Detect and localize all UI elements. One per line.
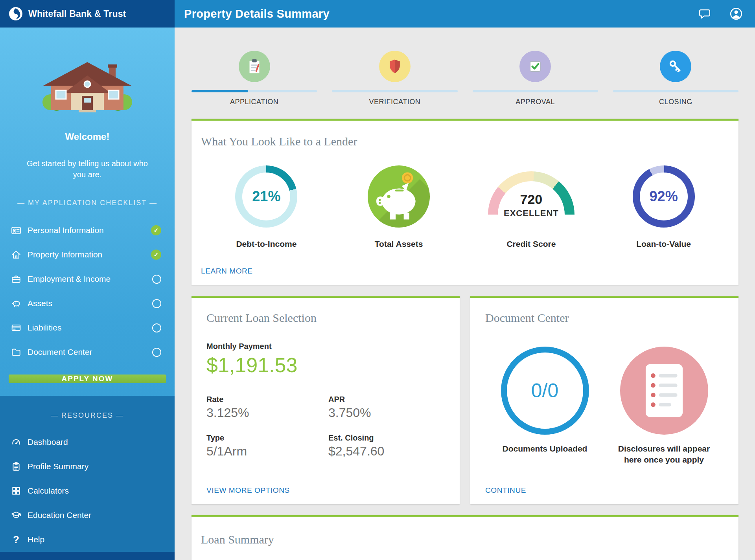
- documents-uploaded-block: 0/0 Documents Uploaded: [485, 347, 604, 465]
- document-icon: [620, 347, 708, 435]
- field-rate: Rate 3.125%: [206, 395, 328, 420]
- card-title: Current Loan Selection: [206, 311, 445, 325]
- welcome-heading: Welcome!: [0, 131, 175, 142]
- house-icon: [10, 250, 22, 260]
- disclosures-label: Disclosures will appear here once you ap…: [609, 443, 719, 465]
- status-incomplete-icon: [152, 323, 161, 332]
- checklist-item-assets[interactable]: Assets: [0, 291, 175, 316]
- document-center-card: Document Center 0/0 Documents Uploaded: [470, 296, 738, 504]
- credit-score-value: 720: [488, 192, 575, 207]
- documents-uploaded-ring: 0/0: [501, 347, 589, 435]
- resource-item-label: Help: [28, 535, 44, 544]
- learn-more-link[interactable]: LEARN MORE: [201, 267, 253, 275]
- view-more-options-link[interactable]: VIEW MORE OPTIONS: [206, 486, 290, 495]
- status-incomplete-icon: [152, 348, 161, 357]
- sidebar-footer-bar: [0, 552, 175, 560]
- resources-section: — RESOURCES — Dashboard: [0, 396, 175, 560]
- monthly-payment-block: Monthly Payment $1,191.53: [206, 342, 445, 377]
- field-type: Type 5/1Arm: [206, 433, 328, 459]
- field-est-closing: Est. Closing $2,547.60: [328, 433, 445, 459]
- brand-area: Whitefall Bank & Trust: [0, 0, 175, 28]
- progress-bar-application: [192, 90, 317, 92]
- card-title: Loan Summary: [201, 533, 730, 546]
- monthly-payment-value: $1,191.53: [206, 353, 445, 377]
- graduation-cap-icon: [10, 510, 22, 520]
- document-center-row: 0/0 Documents Uploaded: [485, 347, 724, 465]
- status-incomplete-icon: [152, 275, 161, 284]
- resource-item-calculators[interactable]: Calculators: [0, 479, 175, 503]
- resource-item-profile-summary[interactable]: Profile Summary: [0, 454, 175, 479]
- credit-card-icon: [10, 323, 22, 333]
- progress-bar-closing: [613, 90, 738, 92]
- resources-list: Dashboard Profile Summary: [0, 430, 175, 552]
- question-icon: ?: [10, 534, 22, 545]
- checklist-item-label: Assets: [28, 299, 52, 308]
- chat-icon[interactable]: [698, 7, 712, 20]
- loan-summary-card: Loan Summary: [192, 515, 738, 560]
- metric-loan-to-value: 92% Loan-to-Value: [597, 159, 730, 249]
- checklist-heading: — MY APPLICATION CHECKLIST —: [0, 199, 175, 207]
- metric-debt-to-income: 21% Debt-to-Income: [200, 159, 333, 249]
- status-complete-icon: ✓: [151, 250, 161, 260]
- folder-icon: [10, 347, 22, 357]
- checklist-item-label: Employment & Income: [28, 274, 110, 284]
- checklist-item-liabilities[interactable]: Liabilities: [0, 316, 175, 340]
- card-title: What You Look Like to a Lender: [201, 135, 730, 148]
- step-verification: VERIFICATION: [332, 51, 457, 106]
- resource-item-dashboard[interactable]: Dashboard: [0, 430, 175, 454]
- apply-now-button[interactable]: APPLY NOW: [9, 375, 166, 383]
- checklist-item-property-information[interactable]: Property Information ✓: [0, 242, 175, 267]
- resource-item-education-center[interactable]: Education Center: [0, 503, 175, 527]
- checklist-item-personal-information[interactable]: Personal Information ✓: [0, 218, 175, 242]
- id-card-icon: [10, 225, 22, 235]
- status-incomplete-icon: [152, 299, 161, 308]
- app-header: Whitefall Bank & Trust Property Details …: [0, 0, 755, 28]
- metric-label: Total Assets: [375, 239, 423, 249]
- checklist-item-label: Document Center: [28, 347, 92, 357]
- metric-label: Debt-to-Income: [236, 239, 296, 249]
- debt-to-income-donut: 21%: [235, 165, 297, 228]
- shield-icon: [379, 51, 411, 82]
- step-label: VERIFICATION: [369, 98, 421, 106]
- intro-text: Get started by telling us about who you …: [20, 158, 154, 180]
- clipboard-icon: [239, 51, 270, 82]
- continue-link[interactable]: CONTINUE: [485, 486, 526, 495]
- gauge-icon: [10, 437, 22, 447]
- account-icon[interactable]: [729, 7, 743, 21]
- briefcase-icon: [10, 274, 22, 284]
- step-closing: CLOSING: [613, 51, 738, 106]
- checklist-item-employment-income[interactable]: Employment & Income: [0, 267, 175, 291]
- brand-name: Whitefall Bank & Trust: [28, 9, 126, 19]
- piggy-bank-icon: [368, 165, 430, 228]
- field-apr: APR 3.750%: [328, 395, 445, 420]
- resources-heading: — RESOURCES —: [0, 411, 175, 420]
- calculator-icon: [10, 486, 22, 496]
- loan-to-value-donut: 92%: [633, 165, 695, 228]
- checklist-item-label: Liabilities: [28, 323, 61, 332]
- resource-item-label: Calculators: [28, 486, 69, 496]
- progress-stepper: APPLICATION VERIFICATION: [192, 28, 738, 106]
- resource-item-label: Profile Summary: [28, 462, 88, 471]
- application-checklist: Personal Information ✓ Property Informat…: [0, 218, 175, 364]
- card-title: Document Center: [485, 311, 724, 325]
- clipboard-icon: [10, 461, 22, 472]
- metric-total-assets: Total Assets: [333, 159, 465, 249]
- resource-item-label: Dashboard: [28, 437, 68, 447]
- loan-details-grid: Rate 3.125% APR 3.750% Type 5/1Arm Est. …: [206, 395, 445, 459]
- page-title: Property Details Summary: [184, 7, 330, 20]
- step-label: APPROVAL: [516, 98, 555, 106]
- step-application: APPLICATION: [192, 51, 317, 106]
- credit-score-gauge: 720 EXCELLENT: [488, 171, 575, 222]
- house-illustration: [35, 55, 139, 114]
- checklist-item-label: Property Information: [28, 250, 102, 259]
- checklist-item-label: Personal Information: [28, 226, 104, 235]
- progress-bar-verification: [332, 90, 457, 92]
- lender-metrics: 21% Debt-to-Income: [200, 159, 730, 249]
- main-content: APPLICATION VERIFICATION: [175, 28, 755, 560]
- metric-label: Loan-to-Value: [636, 239, 691, 249]
- debt-to-income-value: 21%: [252, 188, 280, 205]
- bank-logo-icon: [9, 7, 23, 21]
- checklist-item-document-center[interactable]: Document Center: [0, 340, 175, 364]
- step-label: CLOSING: [659, 98, 692, 106]
- resource-item-help[interactable]: ? Help: [0, 527, 175, 552]
